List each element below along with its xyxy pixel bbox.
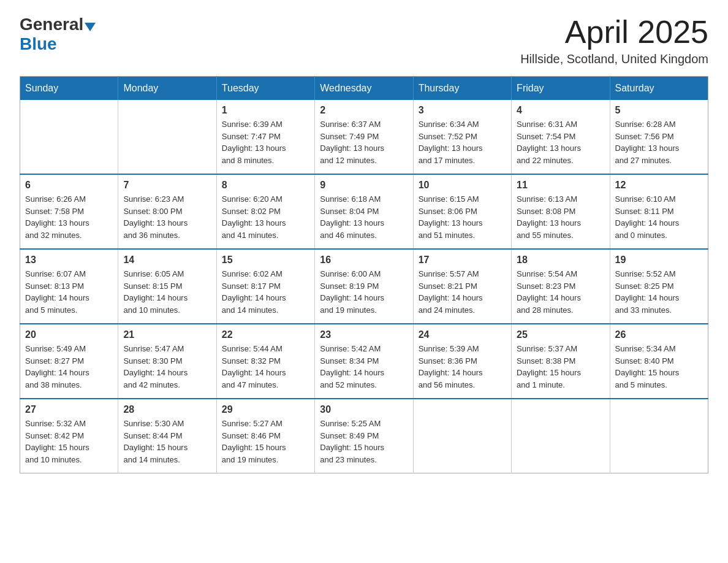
day-info: Sunrise: 5:52 AM Sunset: 8:25 PM Dayligh… (615, 268, 703, 316)
day-info: Sunrise: 6:26 AM Sunset: 7:58 PM Dayligh… (25, 193, 113, 241)
day-number: 13 (25, 255, 113, 266)
day-number: 8 (222, 180, 309, 191)
day-number: 21 (123, 329, 211, 340)
day-number: 6 (25, 180, 113, 191)
calendar-body: 1Sunrise: 6:39 AM Sunset: 7:47 PM Daylig… (20, 100, 708, 473)
day-info: Sunrise: 6:20 AM Sunset: 8:02 PM Dayligh… (222, 193, 309, 241)
calendar-cell (20, 100, 118, 174)
day-info: Sunrise: 6:13 AM Sunset: 8:08 PM Dayligh… (517, 193, 604, 241)
day-info: Sunrise: 6:18 AM Sunset: 8:04 PM Dayligh… (320, 193, 408, 241)
day-info: Sunrise: 6:15 AM Sunset: 8:06 PM Dayligh… (419, 193, 506, 241)
calendar-cell: 25Sunrise: 5:37 AM Sunset: 8:38 PM Dayli… (512, 324, 610, 399)
day-number: 14 (123, 255, 211, 266)
calendar-cell: 4Sunrise: 6:31 AM Sunset: 7:54 PM Daylig… (512, 100, 610, 174)
weekday-header-row: SundayMondayTuesdayWednesdayThursdayFrid… (20, 77, 708, 101)
calendar-cell (118, 100, 216, 174)
day-number: 1 (222, 105, 309, 116)
page-header: General Blue April 2025 Hillside, Scotla… (20, 15, 708, 66)
calendar-cell: 26Sunrise: 5:34 AM Sunset: 8:40 PM Dayli… (610, 324, 708, 399)
calendar-cell: 22Sunrise: 5:44 AM Sunset: 8:32 PM Dayli… (216, 324, 314, 399)
calendar-cell: 2Sunrise: 6:37 AM Sunset: 7:49 PM Daylig… (315, 100, 413, 174)
calendar-cell (512, 399, 610, 473)
day-info: Sunrise: 6:10 AM Sunset: 8:11 PM Dayligh… (615, 193, 703, 241)
weekday-header-friday: Friday (512, 77, 610, 101)
day-number: 20 (25, 329, 113, 340)
day-number: 5 (615, 105, 703, 116)
weekday-header-tuesday: Tuesday (216, 77, 314, 101)
calendar-cell: 29Sunrise: 5:27 AM Sunset: 8:46 PM Dayli… (216, 399, 314, 473)
day-number: 7 (123, 180, 211, 191)
day-number: 27 (25, 404, 113, 415)
day-number: 11 (517, 180, 604, 191)
day-number: 17 (419, 255, 506, 266)
calendar-cell: 17Sunrise: 5:57 AM Sunset: 8:21 PM Dayli… (413, 249, 511, 324)
day-info: Sunrise: 5:37 AM Sunset: 8:38 PM Dayligh… (517, 343, 604, 391)
calendar-cell (610, 399, 708, 473)
calendar-cell: 23Sunrise: 5:42 AM Sunset: 8:34 PM Dayli… (315, 324, 413, 399)
calendar-cell: 10Sunrise: 6:15 AM Sunset: 8:06 PM Dayli… (413, 174, 511, 249)
calendar-cell: 13Sunrise: 6:07 AM Sunset: 8:13 PM Dayli… (20, 249, 118, 324)
calendar-cell: 5Sunrise: 6:28 AM Sunset: 7:56 PM Daylig… (610, 100, 708, 174)
calendar-week-row: 6Sunrise: 6:26 AM Sunset: 7:58 PM Daylig… (20, 174, 708, 249)
day-number: 15 (222, 255, 309, 266)
calendar-cell: 14Sunrise: 6:05 AM Sunset: 8:15 PM Dayli… (118, 249, 216, 324)
day-info: Sunrise: 6:34 AM Sunset: 7:52 PM Dayligh… (419, 118, 506, 166)
calendar-header: SundayMondayTuesdayWednesdayThursdayFrid… (20, 77, 708, 101)
calendar-cell: 12Sunrise: 6:10 AM Sunset: 8:11 PM Dayli… (610, 174, 708, 249)
day-number: 25 (517, 329, 604, 340)
calendar-cell: 24Sunrise: 5:39 AM Sunset: 8:36 PM Dayli… (413, 324, 511, 399)
calendar-cell: 15Sunrise: 6:02 AM Sunset: 8:17 PM Dayli… (216, 249, 314, 324)
calendar-cell: 8Sunrise: 6:20 AM Sunset: 8:02 PM Daylig… (216, 174, 314, 249)
day-number: 23 (320, 329, 408, 340)
logo: General Blue (20, 15, 96, 54)
day-info: Sunrise: 5:47 AM Sunset: 8:30 PM Dayligh… (123, 343, 211, 391)
weekday-header-saturday: Saturday (610, 77, 708, 101)
logo-blue: Blue (20, 34, 57, 53)
calendar-cell: 28Sunrise: 5:30 AM Sunset: 8:44 PM Dayli… (118, 399, 216, 473)
calendar-cell: 16Sunrise: 6:00 AM Sunset: 8:19 PM Dayli… (315, 249, 413, 324)
day-info: Sunrise: 5:32 AM Sunset: 8:42 PM Dayligh… (25, 418, 113, 465)
day-info: Sunrise: 5:57 AM Sunset: 8:21 PM Dayligh… (419, 268, 506, 316)
weekday-header-wednesday: Wednesday (315, 77, 413, 101)
location-subtitle: Hillside, Scotland, United Kingdom (520, 52, 708, 66)
day-info: Sunrise: 5:44 AM Sunset: 8:32 PM Dayligh… (222, 343, 309, 391)
day-number: 30 (320, 404, 408, 415)
calendar-cell: 19Sunrise: 5:52 AM Sunset: 8:25 PM Dayli… (610, 249, 708, 324)
day-info: Sunrise: 6:07 AM Sunset: 8:13 PM Dayligh… (25, 268, 113, 316)
day-number: 2 (320, 105, 408, 116)
weekday-header-monday: Monday (118, 77, 216, 101)
day-info: Sunrise: 5:30 AM Sunset: 8:44 PM Dayligh… (123, 418, 211, 465)
day-number: 19 (615, 255, 703, 266)
calendar-cell: 21Sunrise: 5:47 AM Sunset: 8:30 PM Dayli… (118, 324, 216, 399)
day-info: Sunrise: 6:39 AM Sunset: 7:47 PM Dayligh… (222, 118, 309, 166)
day-info: Sunrise: 5:27 AM Sunset: 8:46 PM Dayligh… (222, 418, 309, 465)
day-info: Sunrise: 6:31 AM Sunset: 7:54 PM Dayligh… (517, 118, 604, 166)
day-info: Sunrise: 6:02 AM Sunset: 8:17 PM Dayligh… (222, 268, 309, 316)
calendar-week-row: 20Sunrise: 5:49 AM Sunset: 8:27 PM Dayli… (20, 324, 708, 399)
day-info: Sunrise: 6:37 AM Sunset: 7:49 PM Dayligh… (320, 118, 408, 166)
title-area: April 2025 Hillside, Scotland, United Ki… (520, 15, 708, 66)
calendar-week-row: 1Sunrise: 6:39 AM Sunset: 7:47 PM Daylig… (20, 100, 708, 174)
day-info: Sunrise: 6:00 AM Sunset: 8:19 PM Dayligh… (320, 268, 408, 316)
day-number: 29 (222, 404, 309, 415)
logo-general: General (20, 15, 83, 34)
calendar-cell (413, 399, 511, 473)
day-number: 3 (419, 105, 506, 116)
calendar-cell: 20Sunrise: 5:49 AM Sunset: 8:27 PM Dayli… (20, 324, 118, 399)
day-number: 28 (123, 404, 211, 415)
day-number: 10 (419, 180, 506, 191)
day-info: Sunrise: 5:54 AM Sunset: 8:23 PM Dayligh… (517, 268, 604, 316)
weekday-header-thursday: Thursday (413, 77, 511, 101)
logo-text: General Blue (20, 15, 96, 54)
calendar-cell: 7Sunrise: 6:23 AM Sunset: 8:00 PM Daylig… (118, 174, 216, 249)
logo-arrow-icon (85, 23, 96, 31)
calendar-cell: 1Sunrise: 6:39 AM Sunset: 7:47 PM Daylig… (216, 100, 314, 174)
day-info: Sunrise: 6:28 AM Sunset: 7:56 PM Dayligh… (615, 118, 703, 166)
calendar-cell: 11Sunrise: 6:13 AM Sunset: 8:08 PM Dayli… (512, 174, 610, 249)
calendar-cell: 18Sunrise: 5:54 AM Sunset: 8:23 PM Dayli… (512, 249, 610, 324)
day-info: Sunrise: 5:42 AM Sunset: 8:34 PM Dayligh… (320, 343, 408, 391)
day-number: 12 (615, 180, 703, 191)
calendar-cell: 3Sunrise: 6:34 AM Sunset: 7:52 PM Daylig… (413, 100, 511, 174)
calendar-cell: 30Sunrise: 5:25 AM Sunset: 8:49 PM Dayli… (315, 399, 413, 473)
weekday-header-sunday: Sunday (20, 77, 118, 101)
